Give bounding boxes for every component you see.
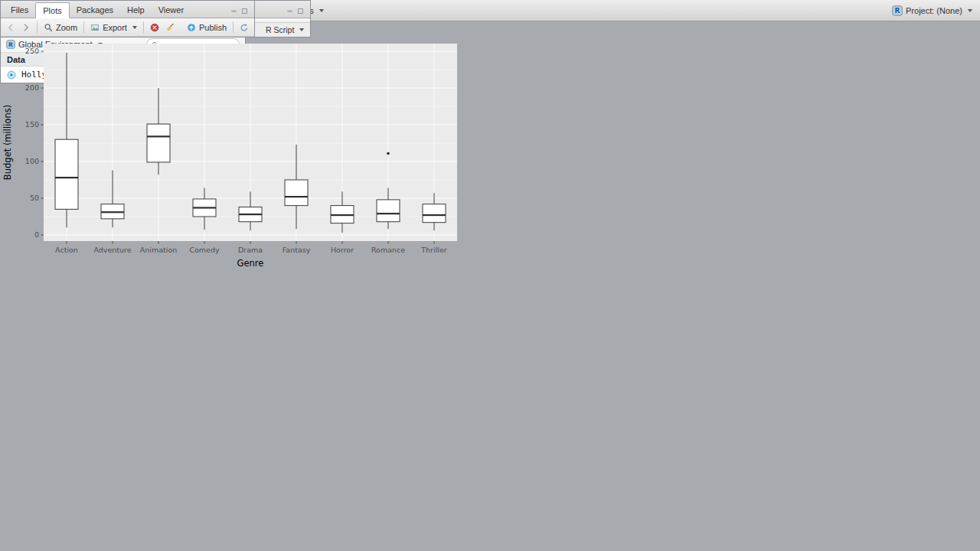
zoom-button[interactable]: Zoom [44,23,77,32]
box [147,124,170,162]
y-tick-label: 50 [30,194,39,202]
maximize-icon[interactable] [297,8,304,15]
x-tick-label: Animation [140,246,177,254]
tab-viewer-label: Viewer [158,5,184,15]
clear-plots-button[interactable] [165,23,175,32]
filetype-label: R Script [266,25,294,34]
zoom-icon [44,23,53,32]
export-image-icon [90,23,100,32]
box [55,139,78,209]
pane-window-buttons [286,8,304,15]
remove-plot-icon [150,23,159,32]
y-tick-label: 100 [25,157,39,165]
x-tick-label: Drama [238,246,263,254]
x-tick-label: Action [55,246,78,254]
publish-label: Publish [199,23,227,32]
plots-pane: Files Plots Packages Help Viewer Zoom Ex… [0,0,255,37]
toolbar-separator [83,21,84,33]
publish-button[interactable]: Publish [187,23,227,32]
project-label: Project: (None) [906,6,962,15]
previous-plot-button[interactable] [6,23,15,32]
refresh-icon [240,23,249,32]
pane-window-buttons [230,8,248,15]
y-tick-label: 150 [25,120,39,129]
box [285,180,308,206]
y-tick-label: 250 [25,47,39,55]
refresh-plot-button[interactable] [240,23,249,32]
chevron-down-icon [968,9,972,12]
filetype-selector[interactable]: R Script [266,25,304,34]
tab-packages-label: Packages [77,5,113,15]
next-plot-button[interactable] [21,23,31,32]
plots-toolbar: Zoom Export Publish [1,18,254,37]
zoom-label: Zoom [56,23,77,32]
export-label: Export [103,23,127,32]
x-tick-label: Horror [331,246,354,254]
tab-help[interactable]: Help [120,2,152,18]
chevron-down-icon [132,26,137,29]
x-tick-label: Fantasy [283,246,311,254]
toolbar-separator [143,21,144,33]
tab-help-label: Help [127,5,145,15]
chevron-down-icon [319,9,324,12]
minimize-icon[interactable] [286,8,293,15]
toolbar-separator [233,21,234,33]
x-tick-label: Thriller [420,246,446,254]
y-tick-label: 200 [25,83,39,92]
x-tick-label: Comedy [189,246,220,254]
tab-files-label: Files [11,5,28,15]
forward-icon [21,23,31,32]
broom-icon [165,23,175,32]
remove-plot-button[interactable] [150,23,159,32]
project-icon [892,5,903,16]
project-menu-button[interactable]: Project: (None) [892,5,972,16]
tab-files[interactable]: Files [4,2,35,18]
toolbar-separator [37,21,38,33]
x-tick-label: Romance [371,246,405,254]
box [423,204,446,223]
minimize-icon[interactable] [230,8,237,15]
maximize-icon[interactable] [241,8,248,15]
export-button[interactable]: Export [90,23,137,32]
chevron-down-icon [299,28,304,31]
y-tick-label: 0 [34,230,39,239]
y-axis-title: Budget (millions) [2,105,13,180]
box [377,200,400,222]
tab-plots[interactable]: Plots [35,2,69,18]
tab-packages[interactable]: Packages [70,2,120,18]
tab-plots-label: Plots [43,6,61,15]
back-icon [6,23,15,32]
x-axis-title: Genre [237,258,264,269]
outlier-point [387,152,390,155]
publish-icon [187,23,196,32]
tab-viewer[interactable]: Viewer [152,2,191,18]
plots-tabbar: Files Plots Packages Help Viewer [1,1,254,18]
x-tick-label: Adventure [93,246,131,254]
boxplot-chart: 050100150200250ActionAdventureAnimationC… [1,37,469,281]
